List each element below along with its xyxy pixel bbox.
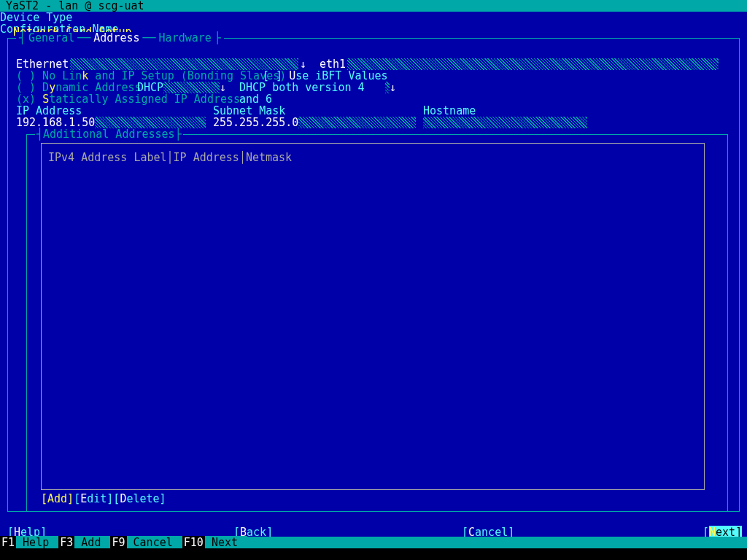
fkey-f10[interactable]: F10 bbox=[182, 536, 205, 549]
fkey-label: Next bbox=[205, 536, 247, 549]
chevron-down-icon: ↓ bbox=[390, 82, 396, 93]
window-titlebar: YaST2 - lan @ scg-uat bbox=[0, 0, 747, 12]
select-dhcp-version-value: DHCP both version 4 and 6 bbox=[239, 82, 385, 93]
fkey-label: Cancel bbox=[127, 536, 182, 549]
checkbox-ibft[interactable]: [ ] Use iBFT Values bbox=[263, 70, 388, 82]
list-additional-addresses-header: IPv4 Address Label│IP Address│Netmask bbox=[48, 152, 292, 163]
select-device-type-value: Ethernet bbox=[16, 58, 70, 70]
chevron-down-icon: ↓ bbox=[220, 82, 226, 93]
main-screen: Network Card Setup ┤General──Address──Ha… bbox=[0, 12, 747, 537]
input-config-name[interactable]: eth1 bbox=[320, 58, 719, 70]
label-host: Hostname bbox=[423, 105, 476, 117]
input-config-name-value: eth1 bbox=[320, 58, 347, 70]
select-device-type[interactable]: Ethernet ↓ bbox=[16, 58, 308, 70]
delete-button[interactable]: [Delete] bbox=[113, 492, 166, 505]
input-hostname[interactable] bbox=[423, 117, 587, 128]
tab-hardware[interactable]: Hardware bbox=[158, 31, 213, 44]
row-add-edit-delete: [Add][Edit][Delete] bbox=[41, 493, 166, 505]
select-dhcp-version[interactable]: DHCP both version 4 and 6 ↓ bbox=[239, 82, 396, 93]
select-dhcp-value: DHCP bbox=[137, 82, 163, 93]
fkey-label: Add bbox=[74, 536, 110, 549]
tab-bar: ┤General──Address──Hardware├ bbox=[16, 32, 224, 44]
fkey-f3[interactable]: F3 bbox=[58, 536, 74, 549]
label-ip: IP Address bbox=[16, 105, 82, 117]
chevron-down-icon: ↓ bbox=[298, 58, 308, 70]
input-ip[interactable]: 192.168.1.50 bbox=[16, 117, 206, 128]
input-fill bbox=[347, 58, 719, 70]
radio-no-link[interactable]: ( ) No Link and IP Setup (Bonding Slaves… bbox=[16, 70, 286, 82]
label-device-type: Device Type bbox=[0, 12, 747, 23]
fkey-f9[interactable]: F9 bbox=[110, 536, 126, 549]
select-dhcp[interactable]: DHCP ↓ bbox=[137, 82, 226, 93]
select-fill bbox=[70, 58, 298, 70]
edit-button[interactable]: [Edit] bbox=[74, 492, 113, 505]
tab-address[interactable]: Address bbox=[92, 31, 141, 44]
add-button[interactable]: [Add] bbox=[41, 492, 74, 505]
label-mask: Subnet Mask bbox=[213, 105, 285, 117]
function-key-bar: F1 Help F3 Add F9 Cancel F10 Next bbox=[0, 537, 747, 560]
group-additional-addresses-title: ┤Additional Addresses├ bbox=[35, 128, 183, 140]
function-key-filler bbox=[0, 548, 747, 560]
list-additional-addresses[interactable] bbox=[41, 143, 705, 490]
radio-static[interactable]: (x) Statically Assigned IP Address bbox=[16, 93, 240, 105]
fkey-label: Help bbox=[16, 536, 58, 549]
function-key-row: F1 Help F3 Add F9 Cancel F10 Next bbox=[0, 537, 247, 548]
fkey-f1[interactable]: F1 bbox=[0, 536, 16, 549]
tab-general[interactable]: General bbox=[27, 31, 76, 44]
input-subnet-mask[interactable]: 255.255.255.0 bbox=[213, 117, 416, 128]
radio-dynamic[interactable]: ( ) Dynamic Address bbox=[16, 82, 142, 93]
